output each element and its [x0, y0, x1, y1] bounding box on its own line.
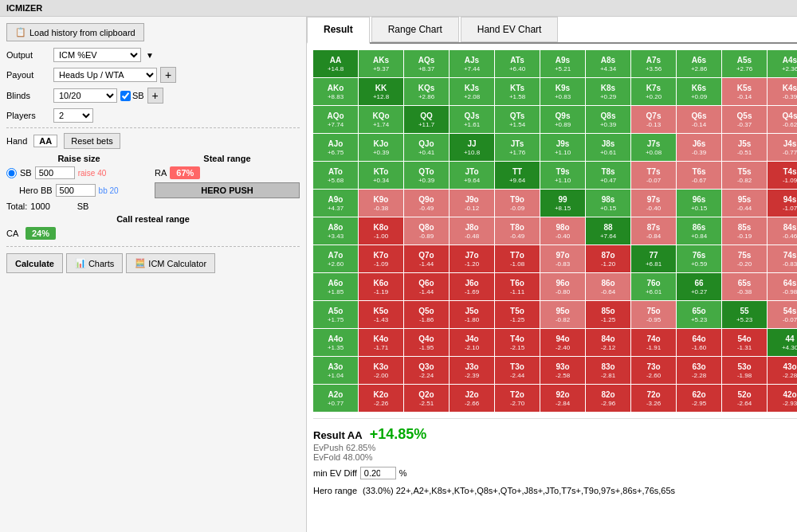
- matrix-cell[interactable]: J9s+1.10: [540, 134, 585, 161]
- matrix-cell[interactable]: J8o-0.48: [450, 217, 494, 244]
- matrix-cell[interactable]: 82o-2.96: [586, 385, 630, 412]
- matrix-cell[interactable]: 64s-0.98: [768, 273, 797, 300]
- matrix-cell[interactable]: 84s-0.46: [768, 217, 797, 244]
- matrix-cell[interactable]: Q8o-0.89: [404, 217, 449, 244]
- matrix-cell[interactable]: 75s-0.20: [722, 245, 767, 272]
- players-select[interactable]: 2: [53, 108, 93, 123]
- matrix-cell[interactable]: 53o-1.98: [722, 357, 767, 384]
- matrix-cell[interactable]: 86o-0.64: [586, 273, 630, 300]
- sb-checkbox-label[interactable]: SB: [120, 91, 144, 101]
- charts-button[interactable]: 📊 Charts: [66, 253, 123, 273]
- matrix-cell[interactable]: A5o+1.75: [313, 301, 358, 328]
- matrix-cell[interactable]: A4o+1.35: [313, 329, 358, 356]
- matrix-cell[interactable]: 54s-0.07: [768, 301, 797, 328]
- matrix-cell[interactable]: K7o-1.09: [359, 245, 403, 272]
- matrix-cell[interactable]: 99+8.15: [540, 190, 585, 217]
- matrix-cell[interactable]: T6o-1.11: [495, 273, 540, 300]
- matrix-cell[interactable]: T3o-2.44: [495, 357, 540, 384]
- matrix-cell[interactable]: T8o-0.49: [495, 217, 540, 244]
- matrix-cell[interactable]: 54o-1.31: [722, 329, 767, 356]
- matrix-cell[interactable]: Q7o-1.44: [404, 245, 449, 272]
- matrix-cell[interactable]: 76s+0.59: [677, 245, 721, 272]
- matrix-cell[interactable]: K8o-1.00: [359, 217, 403, 244]
- matrix-cell[interactable]: Q3o-2.24: [404, 357, 449, 384]
- matrix-cell[interactable]: A3o+1.04: [313, 357, 358, 384]
- matrix-cell[interactable]: K6s+0.09: [677, 78, 721, 105]
- matrix-cell[interactable]: 52o-2.64: [722, 385, 767, 412]
- matrix-cell[interactable]: KK+12.8: [359, 78, 403, 105]
- matrix-cell[interactable]: 85o-1.25: [586, 301, 630, 328]
- matrix-cell[interactable]: Q5s-0.37: [722, 106, 767, 133]
- matrix-cell[interactable]: 88+7.64: [586, 217, 630, 244]
- matrix-cell[interactable]: AJo+6.75: [313, 134, 358, 161]
- matrix-cell[interactable]: QTo+0.39: [404, 162, 449, 189]
- matrix-cell[interactable]: AKs+9.37: [359, 50, 403, 77]
- matrix-cell[interactable]: T2o-2.70: [495, 385, 540, 412]
- matrix-cell[interactable]: 98o-0.40: [540, 217, 585, 244]
- matrix-cell[interactable]: AQs+8.37: [404, 50, 449, 77]
- min-ev-input[interactable]: [360, 467, 396, 479]
- output-select[interactable]: ICM %EV: [53, 48, 141, 62]
- matrix-cell[interactable]: 97o-0.83: [540, 245, 585, 272]
- matrix-cell[interactable]: Q4o-1.95: [404, 329, 449, 356]
- matrix-cell[interactable]: K8s+0.29: [586, 78, 630, 105]
- payout-plus-button[interactable]: +: [160, 67, 176, 83]
- matrix-cell[interactable]: J4o-2.10: [450, 329, 494, 356]
- matrix-cell[interactable]: 92o-2.84: [540, 385, 585, 412]
- matrix-cell[interactable]: 95s-0.44: [722, 190, 767, 217]
- icm-calculator-button[interactable]: 🧮 ICM Calculator: [126, 253, 215, 273]
- matrix-cell[interactable]: Q9s+0.89: [540, 106, 585, 133]
- matrix-cell[interactable]: QJs+1.61: [450, 106, 494, 133]
- matrix-cell[interactable]: A9o+4.37: [313, 190, 358, 217]
- matrix-cell[interactable]: K5o-1.43: [359, 301, 403, 328]
- matrix-cell[interactable]: J2o-2.66: [450, 385, 494, 412]
- matrix-cell[interactable]: KQo+1.74: [359, 106, 403, 133]
- matrix-cell[interactable]: A7s+3.56: [631, 50, 676, 77]
- matrix-cell[interactable]: 84o-2.12: [586, 329, 630, 356]
- matrix-cell[interactable]: 93o-2.58: [540, 357, 585, 384]
- matrix-cell[interactable]: 43o-2.28: [768, 357, 797, 384]
- matrix-cell[interactable]: 72o-3.26: [631, 385, 676, 412]
- matrix-cell[interactable]: J9o-0.12: [450, 190, 494, 217]
- matrix-cell[interactable]: JTo+9.64: [450, 162, 494, 189]
- matrix-cell[interactable]: A2o+0.77: [313, 385, 358, 412]
- matrix-cell[interactable]: J6o-1.69: [450, 273, 494, 300]
- matrix-cell[interactable]: 95o-0.82: [540, 301, 585, 328]
- sb-checkbox[interactable]: [120, 91, 131, 101]
- matrix-cell[interactable]: J7o-1.20: [450, 245, 494, 272]
- blinds-select[interactable]: 10/20: [53, 88, 117, 103]
- matrix-cell[interactable]: JJ+10.8: [450, 134, 494, 161]
- matrix-cell[interactable]: J5o-1.80: [450, 301, 494, 328]
- matrix-cell[interactable]: 86s+0.84: [677, 217, 721, 244]
- matrix-cell[interactable]: QTs+1.54: [495, 106, 540, 133]
- matrix-cell[interactable]: T4s-1.09: [768, 162, 797, 189]
- matrix-cell[interactable]: A8s+4.34: [586, 50, 630, 77]
- matrix-cell[interactable]: 87s-0.84: [631, 217, 676, 244]
- payout-select[interactable]: Heads Up / WTA: [53, 68, 157, 82]
- clipboard-button[interactable]: 📋 Load history from clipboard: [6, 23, 144, 41]
- matrix-cell[interactable]: 55+5.23: [722, 301, 767, 328]
- matrix-cell[interactable]: T5s-0.82: [722, 162, 767, 189]
- matrix-cell[interactable]: J6s-0.39: [677, 134, 721, 161]
- matrix-cell[interactable]: 73o-2.60: [631, 357, 676, 384]
- matrix-cell[interactable]: J5s-0.51: [722, 134, 767, 161]
- matrix-cell[interactable]: 76o+6.01: [631, 273, 676, 300]
- matrix-cell[interactable]: QJo+0.41: [404, 134, 449, 161]
- blinds-plus-button[interactable]: +: [147, 88, 163, 104]
- matrix-cell[interactable]: J4s-0.77: [768, 134, 797, 161]
- matrix-cell[interactable]: A8o+3.43: [313, 217, 358, 244]
- matrix-cell[interactable]: 75o-0.95: [631, 301, 676, 328]
- matrix-cell[interactable]: J8s+0.61: [586, 134, 630, 161]
- matrix-cell[interactable]: 65s-0.38: [722, 273, 767, 300]
- matrix-cell[interactable]: 44+4.30: [768, 329, 797, 356]
- matrix-cell[interactable]: Q4s-0.62: [768, 106, 797, 133]
- sb-radio[interactable]: [6, 168, 17, 178]
- matrix-cell[interactable]: Q9o-0.49: [404, 190, 449, 217]
- reset-bets-button[interactable]: Reset bets: [64, 133, 120, 149]
- matrix-cell[interactable]: K9s+0.83: [540, 78, 585, 105]
- matrix-cell[interactable]: 98s+0.15: [586, 190, 630, 217]
- tab-result[interactable]: Result: [307, 17, 370, 44]
- matrix-cell[interactable]: 83o-2.81: [586, 357, 630, 384]
- matrix-cell[interactable]: 62o-2.95: [677, 385, 721, 412]
- matrix-cell[interactable]: KQs+2.86: [404, 78, 449, 105]
